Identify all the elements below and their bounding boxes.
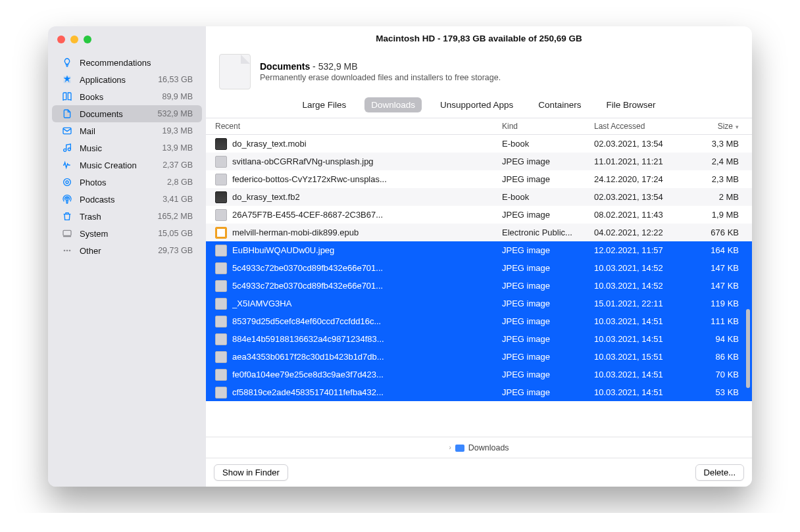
file-thumb-icon [215,316,227,327]
sidebar-item-system[interactable]: System15,05 GB [52,225,202,242]
file-thumb-icon [215,156,227,168]
tab-file-browser[interactable]: File Browser [599,97,662,112]
file-kind: JPEG image [502,210,594,220]
svg-point-9 [69,250,71,252]
category-title: Documents - 532,9 MB [260,61,501,72]
photo-icon [61,177,73,187]
podcast-icon [61,194,73,205]
close-icon[interactable] [57,36,65,43]
col-date[interactable]: Last Accessed [594,122,693,131]
file-row[interactable]: EuBHbuiWQAUDw0U.jpegJPEG image12.02.2021… [206,241,752,259]
sidebar-item-other[interactable]: Other29,73 GB [52,242,202,259]
file-date: 08.02.2021, 11:43 [594,210,693,220]
file-kind: JPEG image [502,245,594,255]
file-thumb-icon [215,369,227,381]
svg-point-5 [66,197,68,199]
sidebar-item-label: Books [80,92,155,102]
file-row[interactable]: svitlana-obCGRRafVNg-unsplash.jpgJPEG im… [206,153,752,170]
file-size: 53 KB [693,387,745,397]
sort-desc-icon: ▾ [736,124,739,130]
file-row[interactable]: fe0f0a104ee79e25ce8d3c9ae3f7d423...JPEG … [206,366,752,383]
sidebar-item-label: Applications [80,75,151,85]
minimize-icon[interactable] [70,36,78,43]
file-thumb-icon [215,245,227,256]
chevron-right-icon: › [449,444,451,451]
file-row[interactable]: 26A75F7B-E455-4CEF-8687-2C3B67...JPEG im… [206,206,752,224]
sidebar-item-documents[interactable]: Documents532,9 MB [52,105,202,122]
file-kind: E-book [502,139,594,149]
file-name: 26A75F7B-E455-4CEF-8687-2C3B67... [232,210,502,220]
file-date: 10.03.2021, 14:52 [594,263,693,273]
sidebar-item-trash[interactable]: Trash165,2 MB [52,208,202,225]
zoom-icon[interactable] [84,36,91,43]
sidebar: RecommendationsApplications16,53 GBBooks… [48,26,206,487]
file-size: 3,3 MB [693,139,745,149]
file-thumb-icon [215,227,227,239]
file-row[interactable]: 884e14b59188136632a4c9871234f83...JPEG i… [206,330,752,348]
sidebar-item-podcasts[interactable]: Podcasts3,41 GB [52,191,202,208]
file-date: 10.03.2021, 14:51 [594,334,693,344]
file-name: melvill-herman-mobi-dik899.epub [232,228,502,237]
file-row[interactable]: federico-bottos-CvYz172xRwc-unsplas...JP… [206,170,752,188]
col-size[interactable]: Size▾ [693,122,745,131]
sidebar-item-books[interactable]: Books89,9 MB [52,88,202,105]
delete-button[interactable]: Delete... [695,464,744,481]
tab-downloads[interactable]: Downloads [364,97,422,112]
sidebar-item-label: Recommendations [80,58,186,68]
file-thumb-icon [215,174,227,185]
tab-containers[interactable]: Containers [532,97,588,112]
path-segment[interactable]: Downloads [468,443,509,452]
file-name: do_krasy_text.mobi [232,139,502,149]
file-row[interactable]: do_krasy_text.fb2E-book02.03.2021, 13:54… [206,188,752,206]
tab-large-files[interactable]: Large Files [296,97,353,112]
svg-point-8 [66,250,68,252]
sidebar-item-size: 165,2 MB [157,212,193,221]
sidebar-item-size: 15,05 GB [158,229,193,238]
sidebar-item-size: 3,41 GB [162,195,193,204]
sidebar-item-music[interactable]: Music13,9 MB [52,139,202,157]
col-name[interactable]: Recent [215,122,502,131]
file-row[interactable]: melvill-herman-mobi-dik899.epubElectroni… [206,224,752,241]
file-date: 04.02.2021, 12:22 [594,228,693,237]
file-kind: JPEG image [502,352,594,362]
sidebar-item-photos[interactable]: Photos2,8 GB [52,174,202,191]
file-row[interactable]: do_krasy_text.mobiE-book02.03.2021, 13:5… [206,135,752,153]
file-name: 5c4933c72be0370cd89fb432e66e701... [232,281,502,291]
file-size: 1,9 MB [693,210,745,220]
sidebar-item-applications[interactable]: Applications16,53 GB [52,71,202,88]
trash-icon [61,211,73,222]
sidebar-item-size: 29,73 GB [158,246,193,255]
file-date: 10.03.2021, 15:51 [594,352,693,362]
sidebar-item-recommendations[interactable]: Recommendations [52,54,202,71]
file-row[interactable]: cf58819ce2ade45835174011fefba432...JPEG … [206,383,752,401]
file-kind: JPEG image [502,299,594,308]
sidebar-item-size: 2,37 GB [162,160,193,170]
content-area: Macintosh HD - 179,83 GB available of 25… [206,26,752,487]
show-in-finder-button[interactable]: Show in Finder [214,464,288,481]
file-row[interactable]: _X5IAMVG3HAJPEG image15.01.2021, 22:1111… [206,295,752,312]
window-title: Macintosh HD - 179,83 GB available of 25… [206,26,752,50]
sidebar-item-label: Music Creation [80,160,156,170]
file-thumb-icon [215,280,227,292]
scrollbar-thumb[interactable] [746,309,750,388]
file-date: 02.03.2021, 13:54 [594,192,693,202]
sidebar-item-mail[interactable]: Mail19,3 MB [52,122,202,139]
col-kind[interactable]: Kind [502,122,594,131]
file-size: 111 KB [693,316,745,326]
file-name: aea34353b0617f28c30d1b423b1d7db... [232,352,502,362]
file-thumb-icon [215,262,227,274]
file-kind: Electronic Public... [502,228,594,237]
sidebar-item-label: Podcasts [80,195,156,205]
segment-tabs: Large FilesDownloadsUnsupported AppsCont… [206,96,752,118]
sidebar-item-music-creation[interactable]: Music Creation2,37 GB [52,157,202,174]
file-row[interactable]: 5c4933c72be0370cd89fb432e66e701...JPEG i… [206,277,752,295]
file-row[interactable]: 85379d25d5cefc84ef60ccd7ccfdd16c...JPEG … [206,312,752,330]
file-kind: E-book [502,192,594,202]
category-subtitle: Permanently erase downloaded files and i… [260,73,501,82]
tab-unsupported-apps[interactable]: Unsupported Apps [434,97,520,112]
file-row[interactable]: 5c4933c72be0370cd89fb432e66e701...JPEG i… [206,259,752,277]
file-list: do_krasy_text.mobiE-book02.03.2021, 13:5… [206,135,752,437]
file-name: EuBHbuiWQAUDw0U.jpeg [232,245,502,255]
file-name: federico-bottos-CvYz172xRwc-unsplas... [232,174,502,184]
file-row[interactable]: aea34353b0617f28c30d1b423b1d7db...JPEG i… [206,348,752,366]
